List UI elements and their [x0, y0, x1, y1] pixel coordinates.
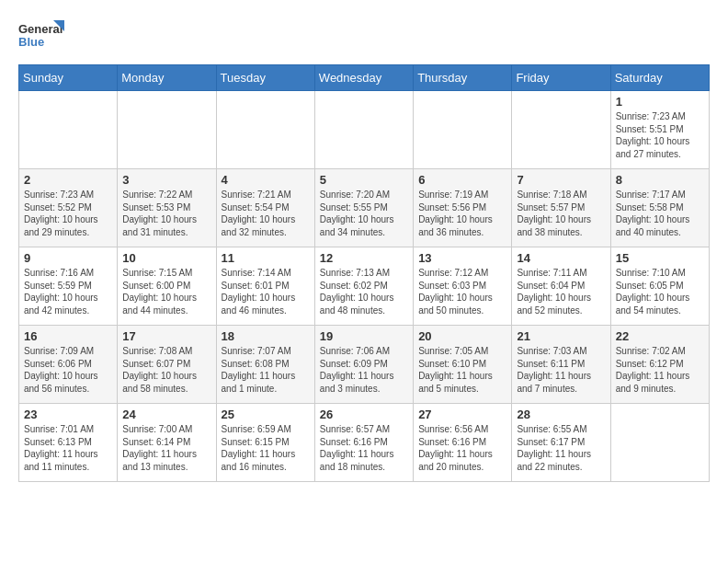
day-info: Sunrise: 7:09 AM Sunset: 6:06 PM Dayligh…	[24, 345, 112, 395]
weekday-header-saturday: Saturday	[610, 65, 709, 91]
calendar-cell: 19Sunrise: 7:06 AM Sunset: 6:09 PM Dayli…	[314, 326, 413, 404]
day-info: Sunrise: 7:15 AM Sunset: 6:00 PM Dayligh…	[122, 267, 210, 316]
calendar-cell: 21Sunrise: 7:03 AM Sunset: 6:11 PM Dayli…	[512, 326, 610, 404]
calendar-table: SundayMondayTuesdayWednesdayThursdayFrid…	[18, 64, 710, 482]
calendar-cell: 7Sunrise: 7:18 AM Sunset: 5:57 PM Daylig…	[512, 169, 610, 247]
day-info: Sunrise: 7:17 AM Sunset: 5:58 PM Dayligh…	[616, 189, 704, 238]
day-number: 8	[616, 173, 704, 187]
calendar-cell: 8Sunrise: 7:17 AM Sunset: 5:58 PM Daylig…	[610, 169, 709, 247]
calendar-cell: 12Sunrise: 7:13 AM Sunset: 6:02 PM Dayli…	[314, 247, 413, 326]
day-info: Sunrise: 7:06 AM Sunset: 6:09 PM Dayligh…	[320, 345, 408, 395]
day-info: Sunrise: 7:20 AM Sunset: 5:55 PM Dayligh…	[320, 189, 408, 238]
calendar-cell: 14Sunrise: 7:11 AM Sunset: 6:04 PM Dayli…	[512, 247, 610, 326]
calendar-cell: 5Sunrise: 7:20 AM Sunset: 5:55 PM Daylig…	[314, 169, 413, 247]
day-number: 9	[24, 251, 112, 265]
calendar-cell: 6Sunrise: 7:19 AM Sunset: 5:56 PM Daylig…	[414, 169, 512, 247]
day-number: 21	[517, 329, 605, 343]
calendar-cell: 2Sunrise: 7:23 AM Sunset: 5:52 PM Daylig…	[19, 169, 118, 247]
weekday-header-sunday: Sunday	[19, 65, 118, 91]
day-info: Sunrise: 7:02 AM Sunset: 6:12 PM Dayligh…	[616, 345, 704, 395]
day-number: 4	[222, 173, 310, 187]
day-info: Sunrise: 7:18 AM Sunset: 5:57 PM Dayligh…	[517, 189, 605, 238]
day-number: 19	[320, 329, 408, 343]
day-info: Sunrise: 7:10 AM Sunset: 6:05 PM Dayligh…	[616, 267, 704, 316]
day-info: Sunrise: 6:59 AM Sunset: 6:15 PM Dayligh…	[222, 423, 310, 473]
day-number: 2	[24, 173, 112, 187]
calendar-cell	[314, 91, 413, 169]
calendar-cell	[118, 91, 216, 169]
calendar-cell: 24Sunrise: 7:00 AM Sunset: 6:14 PM Dayli…	[118, 404, 216, 482]
day-info: Sunrise: 6:55 AM Sunset: 6:17 PM Dayligh…	[517, 423, 605, 473]
calendar-cell: 18Sunrise: 7:07 AM Sunset: 6:08 PM Dayli…	[216, 326, 314, 404]
calendar-cell: 11Sunrise: 7:14 AM Sunset: 6:01 PM Dayli…	[216, 247, 314, 326]
day-number: 23	[24, 408, 112, 421]
day-number: 24	[122, 408, 210, 421]
page-header: General Blue	[18, 18, 710, 55]
day-info: Sunrise: 7:19 AM Sunset: 5:56 PM Dayligh…	[418, 189, 506, 238]
day-info: Sunrise: 7:14 AM Sunset: 6:01 PM Dayligh…	[222, 267, 310, 316]
calendar-cell: 22Sunrise: 7:02 AM Sunset: 6:12 PM Dayli…	[610, 326, 709, 404]
calendar-week-3: 9Sunrise: 7:16 AM Sunset: 5:59 PM Daylig…	[19, 247, 710, 326]
weekday-header-thursday: Thursday	[414, 65, 512, 91]
day-number: 25	[222, 408, 310, 421]
logo-icon: General Blue	[18, 18, 64, 55]
day-info: Sunrise: 7:12 AM Sunset: 6:03 PM Dayligh…	[418, 267, 506, 316]
day-number: 18	[222, 329, 310, 343]
calendar-week-5: 23Sunrise: 7:01 AM Sunset: 6:13 PM Dayli…	[19, 404, 710, 482]
day-number: 11	[222, 251, 310, 265]
calendar-week-1: 1Sunrise: 7:23 AM Sunset: 5:51 PM Daylig…	[19, 91, 710, 169]
calendar-cell: 27Sunrise: 6:56 AM Sunset: 6:16 PM Dayli…	[414, 404, 512, 482]
day-info: Sunrise: 6:56 AM Sunset: 6:16 PM Dayligh…	[418, 423, 506, 473]
weekday-header-wednesday: Wednesday	[314, 65, 413, 91]
day-number: 17	[122, 329, 210, 343]
day-info: Sunrise: 6:57 AM Sunset: 6:16 PM Dayligh…	[320, 423, 408, 473]
calendar-cell: 9Sunrise: 7:16 AM Sunset: 5:59 PM Daylig…	[19, 247, 118, 326]
calendar-cell: 20Sunrise: 7:05 AM Sunset: 6:10 PM Dayli…	[414, 326, 512, 404]
calendar-cell: 26Sunrise: 6:57 AM Sunset: 6:16 PM Dayli…	[314, 404, 413, 482]
svg-text:Blue: Blue	[18, 35, 44, 49]
calendar-cell	[610, 404, 709, 482]
day-number: 5	[320, 173, 408, 187]
day-info: Sunrise: 7:23 AM Sunset: 5:51 PM Dayligh…	[616, 110, 704, 160]
calendar-cell	[512, 91, 610, 169]
calendar-cell: 15Sunrise: 7:10 AM Sunset: 6:05 PM Dayli…	[610, 247, 709, 326]
day-number: 16	[24, 329, 112, 343]
weekday-header-tuesday: Tuesday	[216, 65, 314, 91]
calendar-cell	[216, 91, 314, 169]
calendar-cell: 4Sunrise: 7:21 AM Sunset: 5:54 PM Daylig…	[216, 169, 314, 247]
day-info: Sunrise: 7:21 AM Sunset: 5:54 PM Dayligh…	[222, 189, 310, 238]
day-info: Sunrise: 7:11 AM Sunset: 6:04 PM Dayligh…	[517, 267, 605, 316]
weekday-header-friday: Friday	[512, 65, 610, 91]
day-info: Sunrise: 7:23 AM Sunset: 5:52 PM Dayligh…	[24, 189, 112, 238]
day-info: Sunrise: 7:05 AM Sunset: 6:10 PM Dayligh…	[418, 345, 506, 395]
day-number: 27	[418, 408, 506, 421]
calendar-cell: 13Sunrise: 7:12 AM Sunset: 6:03 PM Dayli…	[414, 247, 512, 326]
day-info: Sunrise: 7:16 AM Sunset: 5:59 PM Dayligh…	[24, 267, 112, 316]
calendar-week-4: 16Sunrise: 7:09 AM Sunset: 6:06 PM Dayli…	[19, 326, 710, 404]
weekday-header-monday: Monday	[118, 65, 216, 91]
day-number: 28	[517, 408, 605, 421]
day-number: 15	[616, 251, 704, 265]
calendar-cell	[19, 91, 118, 169]
day-info: Sunrise: 7:03 AM Sunset: 6:11 PM Dayligh…	[517, 345, 605, 395]
calendar-week-2: 2Sunrise: 7:23 AM Sunset: 5:52 PM Daylig…	[19, 169, 710, 247]
calendar-cell: 28Sunrise: 6:55 AM Sunset: 6:17 PM Dayli…	[512, 404, 610, 482]
day-number: 20	[418, 329, 506, 343]
day-number: 12	[320, 251, 408, 265]
calendar-cell: 1Sunrise: 7:23 AM Sunset: 5:51 PM Daylig…	[610, 91, 709, 169]
day-info: Sunrise: 7:13 AM Sunset: 6:02 PM Dayligh…	[320, 267, 408, 316]
day-info: Sunrise: 7:07 AM Sunset: 6:08 PM Dayligh…	[222, 345, 310, 395]
day-number: 6	[418, 173, 506, 187]
calendar-cell: 25Sunrise: 6:59 AM Sunset: 6:15 PM Dayli…	[216, 404, 314, 482]
calendar-cell: 17Sunrise: 7:08 AM Sunset: 6:07 PM Dayli…	[118, 326, 216, 404]
day-number: 26	[320, 408, 408, 421]
day-number: 7	[517, 173, 605, 187]
calendar-cell: 3Sunrise: 7:22 AM Sunset: 5:53 PM Daylig…	[118, 169, 216, 247]
calendar-cell: 10Sunrise: 7:15 AM Sunset: 6:00 PM Dayli…	[118, 247, 216, 326]
svg-text:General: General	[18, 22, 63, 36]
calendar-cell	[414, 91, 512, 169]
day-number: 22	[616, 329, 704, 343]
day-info: Sunrise: 7:08 AM Sunset: 6:07 PM Dayligh…	[122, 345, 210, 395]
calendar-header-row: SundayMondayTuesdayWednesdayThursdayFrid…	[19, 65, 710, 91]
logo: General Blue	[18, 18, 64, 55]
